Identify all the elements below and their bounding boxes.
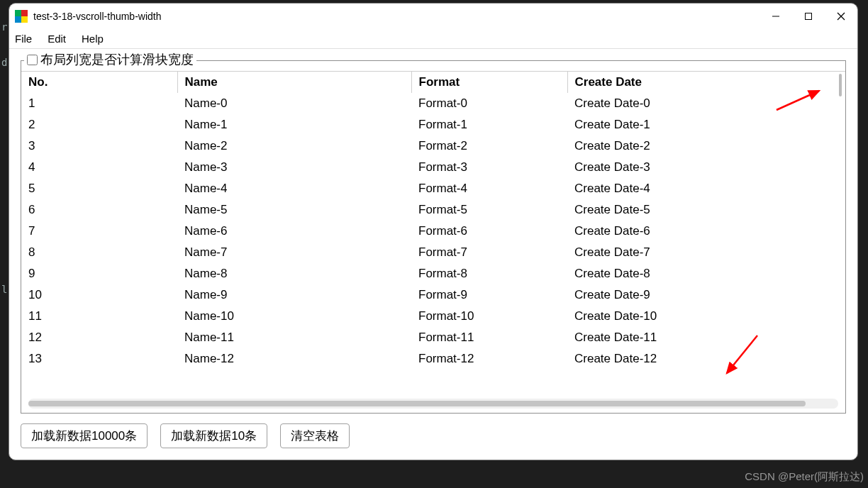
table-row[interactable]: 3Name-2Format-2Create Date-2	[21, 135, 845, 157]
table-row[interactable]: 13Name-12Format-12Create Date-12	[21, 348, 845, 370]
maximize-icon	[804, 12, 813, 21]
cell-name: Name-9	[177, 284, 411, 306]
group-box: 布局列宽是否计算滑块宽度 No. Name Format Create Date	[21, 60, 846, 414]
menu-edit[interactable]: Edit	[48, 33, 66, 45]
cell-no: 7	[21, 221, 177, 242]
cell-no: 10	[21, 284, 177, 306]
table-row[interactable]: 11Name-10Format-10Create Date-10	[21, 306, 845, 327]
svg-rect-1	[806, 13, 812, 20]
clear-table-button[interactable]: 清空表格	[280, 423, 350, 448]
cell-name: Name-1	[177, 114, 411, 135]
col-header-create[interactable]: Create Date	[567, 72, 845, 93]
table-header-row: No. Name Format Create Date	[21, 72, 845, 93]
cell-create: Create Date-0	[567, 93, 845, 114]
table-row[interactable]: 12Name-11Format-11Create Date-11	[21, 327, 845, 348]
bg-char: r	[1, 21, 7, 33]
cell-no: 5	[21, 178, 177, 199]
table-row[interactable]: 8Name-7Format-7Create Date-7	[21, 242, 845, 263]
bg-char: l	[1, 284, 7, 295]
load-10-button[interactable]: 加载新数据10条	[160, 423, 267, 448]
minimize-icon	[772, 12, 780, 21]
cell-no: 4	[21, 157, 177, 178]
table-row[interactable]: 2Name-1Format-1Create Date-1	[21, 114, 845, 135]
cell-format: Format-1	[411, 114, 567, 135]
cell-name: Name-5	[177, 199, 411, 221]
cell-no: 2	[21, 114, 177, 135]
vertical-scrollbar[interactable]	[837, 74, 844, 102]
table-container: No. Name Format Create Date 1Name-0Forma…	[21, 71, 845, 397]
vertical-scrollbar-thumb[interactable]	[839, 74, 842, 96]
table-row[interactable]: 1Name-0Format-0Create Date-0	[21, 93, 845, 114]
cell-format: Format-7	[411, 242, 567, 263]
cell-create: Create Date-3	[567, 157, 845, 178]
cell-format: Format-0	[411, 93, 567, 114]
menu-help[interactable]: Help	[82, 33, 104, 45]
buttons-row: 加载新数据10000条 加载新数据10条 清空表格	[21, 423, 846, 448]
watermark: CSDN @Peter(阿斯拉达)	[745, 470, 864, 484]
table-row[interactable]: 5Name-4Format-4Create Date-4	[21, 178, 845, 199]
cell-name: Name-0	[177, 93, 411, 114]
cell-name: Name-3	[177, 157, 411, 178]
app-window: test-3-18-vscroll-thumb-width File Edit …	[9, 3, 858, 460]
cell-format: Format-9	[411, 284, 567, 306]
col-header-format[interactable]: Format	[411, 72, 567, 93]
cell-create: Create Date-11	[567, 327, 845, 348]
cell-no: 11	[21, 306, 177, 327]
cell-format: Format-5	[411, 199, 567, 221]
titlebar[interactable]: test-3-18-vscroll-thumb-width	[9, 4, 857, 29]
cell-name: Name-11	[177, 327, 411, 348]
cell-no: 12	[21, 327, 177, 348]
table-row[interactable]: 7Name-6Format-6Create Date-6	[21, 221, 845, 242]
close-icon	[837, 12, 845, 21]
cell-name: Name-10	[177, 306, 411, 327]
cell-format: Format-6	[411, 221, 567, 242]
col-header-name[interactable]: Name	[177, 72, 411, 93]
cell-format: Format-10	[411, 306, 567, 327]
table-row[interactable]: 6Name-5Format-5Create Date-5	[21, 199, 845, 221]
minimize-button[interactable]	[760, 4, 792, 29]
cell-format: Format-12	[411, 348, 567, 370]
cell-name: Name-2	[177, 135, 411, 157]
cell-format: Format-2	[411, 135, 567, 157]
cell-name: Name-12	[177, 348, 411, 370]
table-row[interactable]: 9Name-8Format-8Create Date-8	[21, 263, 845, 284]
cell-name: Name-4	[177, 178, 411, 199]
col-header-no[interactable]: No.	[21, 72, 177, 93]
cell-create: Create Date-2	[567, 135, 845, 157]
load-10000-button[interactable]: 加载新数据10000条	[21, 423, 148, 448]
data-table: No. Name Format Create Date 1Name-0Forma…	[21, 71, 845, 370]
cell-create: Create Date-10	[567, 306, 845, 327]
maximize-button[interactable]	[792, 4, 825, 29]
cell-no: 6	[21, 199, 177, 221]
cell-no: 1	[21, 93, 177, 114]
cell-format: Format-11	[411, 327, 567, 348]
cell-create: Create Date-6	[567, 221, 845, 242]
horizontal-scrollbar-thumb[interactable]	[28, 401, 806, 406]
cell-name: Name-7	[177, 242, 411, 263]
window-title: test-3-18-vscroll-thumb-width	[33, 11, 855, 22]
menubar: File Edit Help	[9, 29, 857, 49]
content-area: 布局列宽是否计算滑块宽度 No. Name Format Create Date	[9, 49, 857, 460]
cell-create: Create Date-8	[567, 263, 845, 284]
bg-char: d	[1, 57, 7, 68]
cell-create: Create Date-1	[567, 114, 845, 135]
menu-file[interactable]: File	[15, 33, 32, 45]
horizontal-scrollbar[interactable]	[28, 399, 838, 409]
table-row[interactable]: 10Name-9Format-9Create Date-9	[21, 284, 845, 306]
window-controls	[760, 4, 857, 29]
cell-name: Name-8	[177, 263, 411, 284]
layout-width-checkbox[interactable]	[27, 55, 38, 65]
checkbox-label: 布局列宽是否计算滑块宽度	[40, 51, 194, 68]
group-legend: 布局列宽是否计算滑块宽度	[24, 51, 196, 68]
cell-no: 3	[21, 135, 177, 157]
cell-format: Format-4	[411, 178, 567, 199]
cell-format: Format-3	[411, 157, 567, 178]
cell-no: 8	[21, 242, 177, 263]
app-icon	[15, 10, 28, 23]
close-button[interactable]	[825, 4, 857, 29]
cell-create: Create Date-7	[567, 242, 845, 263]
table-row[interactable]: 4Name-3Format-3Create Date-3	[21, 157, 845, 178]
cell-name: Name-6	[177, 221, 411, 242]
cell-no: 9	[21, 263, 177, 284]
cell-create: Create Date-4	[567, 178, 845, 199]
